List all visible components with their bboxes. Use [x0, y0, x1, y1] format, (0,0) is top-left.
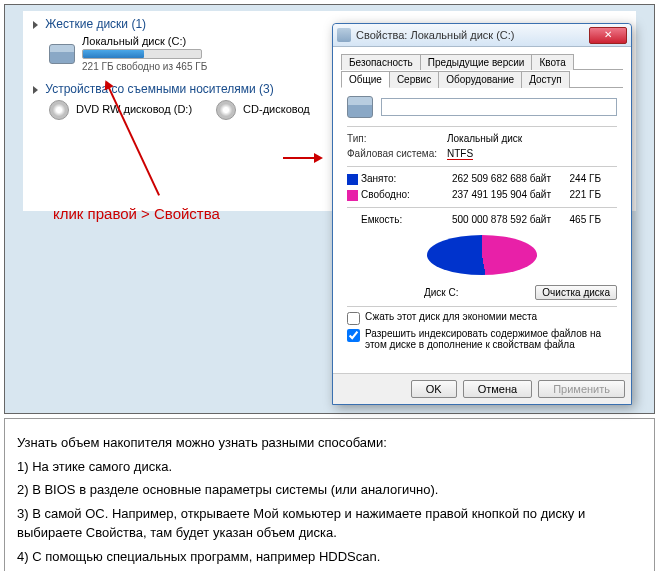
drive-name: DVD RW дисковод (D:) [76, 103, 192, 115]
dvd-icon [49, 100, 69, 120]
tab-access[interactable]: Доступ [521, 71, 570, 88]
dialog-titlebar[interactable]: Свойства: Локальный диск (C:) ✕ [333, 24, 631, 47]
annotation-arrow-fs [283, 157, 321, 159]
dialog-title: Свойства: Локальный диск (C:) [356, 29, 589, 41]
free-gb: 221 ГБ [551, 189, 601, 201]
properties-dialog: Свойства: Локальный диск (C:) ✕ Безопасн… [332, 23, 632, 405]
cd-icon [216, 100, 236, 120]
tabs-row-1: Безопасность Предыдущие версии Квота [341, 53, 623, 70]
hdd-icon [347, 96, 373, 118]
expand-arrow-icon [33, 21, 38, 29]
drive-icon [337, 28, 351, 42]
instructions-intro: Узнать объем накопителя можно узнать раз… [17, 433, 642, 453]
drive-cd[interactable]: CD-дисковод [216, 100, 310, 120]
ok-button[interactable]: OK [411, 380, 457, 398]
drive-name: Локальный диск (C:) [82, 35, 207, 47]
close-button[interactable]: ✕ [589, 27, 627, 44]
screenshot-panel: Жесткие диски (1) Локальный диск (C:) 22… [4, 4, 655, 414]
legend-free-icon [347, 190, 358, 201]
instructions-item: 2) В BIOS в разделе основные параметры с… [17, 480, 642, 500]
expand-arrow-icon [33, 86, 38, 94]
tab-hardware[interactable]: Оборудование [438, 71, 522, 88]
compress-checkbox-row[interactable]: Сжать этот диск для экономии места [347, 311, 617, 325]
used-gb: 244 ГБ [551, 173, 601, 185]
disk-cleanup-button[interactable]: Очистка диска [535, 285, 617, 300]
free-label: Свободно: [361, 189, 421, 201]
tab-general[interactable]: Общие [341, 71, 390, 88]
tab-service[interactable]: Сервис [389, 71, 439, 88]
tab-previous-versions[interactable]: Предыдущие версии [420, 54, 533, 70]
compress-label: Сжать этот диск для экономии места [365, 311, 537, 322]
capacity-gb: 465 ГБ [551, 214, 601, 225]
tabs-row-2: Общие Сервис Оборудование Доступ [341, 70, 623, 88]
filesystem-label: Файловая система: [347, 148, 447, 160]
apply-button[interactable]: Применить [538, 380, 625, 398]
instructions-panel: Узнать объем накопителя можно узнать раз… [4, 418, 655, 571]
instructions-item: 3) В самой ОС. Например, открываете Мой … [17, 504, 642, 543]
used-bytes: 262 509 682 688 байт [421, 173, 551, 185]
section-label: Устройства со съемными носителями (3) [45, 82, 273, 96]
capacity-bytes: 500 000 878 592 байт [421, 214, 551, 225]
disk-label: Диск C: [347, 287, 535, 298]
index-label: Разрешить индексировать содержимое файло… [365, 328, 617, 350]
free-bytes: 237 491 195 904 байт [421, 189, 551, 201]
hdd-icon [49, 44, 75, 64]
index-checkbox-row[interactable]: Разрешить индексировать содержимое файло… [347, 328, 617, 350]
tab-security[interactable]: Безопасность [341, 54, 421, 70]
type-value: Локальный диск [447, 133, 617, 144]
type-label: Тип: [347, 133, 447, 144]
cancel-button[interactable]: Отмена [463, 380, 532, 398]
volume-label-input[interactable] [381, 98, 617, 116]
capacity-text: 221 ГБ свободно из 465 ГБ [82, 61, 207, 72]
capacity-bar [82, 49, 202, 59]
instructions-item: 1) На этике самого диска. [17, 457, 642, 477]
capacity-label: Емкость: [361, 214, 421, 225]
instructions-item: 4) С помощью специальных программ, напри… [17, 547, 642, 567]
used-label: Занято: [361, 173, 421, 185]
annotation-text: клик правой > Свойства [53, 205, 220, 222]
pie-chart [427, 235, 537, 283]
tab-quota[interactable]: Квота [531, 54, 573, 70]
section-label: Жесткие диски (1) [45, 17, 146, 31]
legend-used-icon [347, 174, 358, 185]
compress-checkbox[interactable] [347, 312, 360, 325]
index-checkbox[interactable] [347, 329, 360, 342]
filesystem-value: NTFS [447, 148, 473, 160]
drive-name: CD-дисковод [243, 103, 310, 115]
